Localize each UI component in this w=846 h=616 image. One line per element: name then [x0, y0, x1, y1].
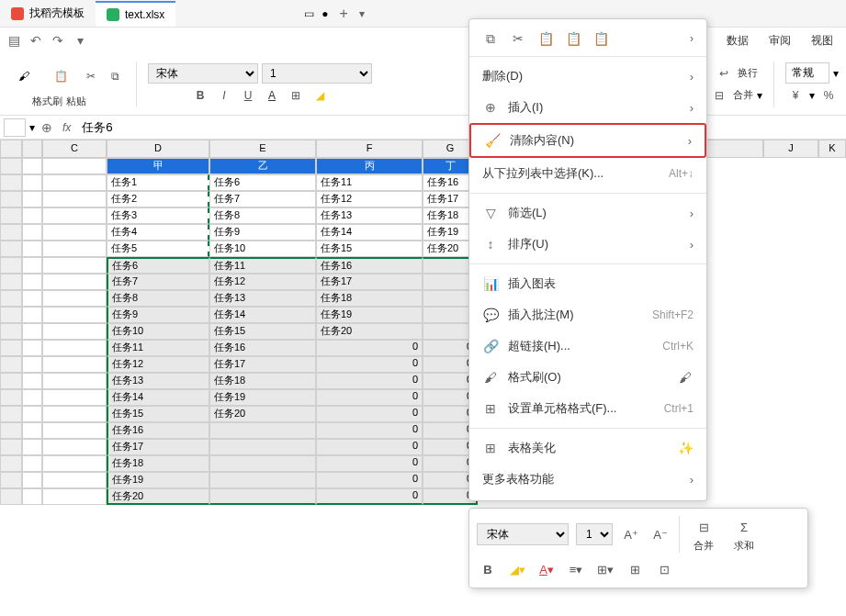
merge-icon[interactable]: ⊟ — [709, 85, 729, 106]
cell[interactable] — [209, 455, 316, 472]
grid-button[interactable]: ⊞ — [624, 558, 646, 580]
cell[interactable]: 任务12 — [209, 274, 316, 290]
cell[interactable] — [209, 439, 316, 455]
cell[interactable]: 任务19 — [209, 389, 316, 406]
cell[interactable] — [209, 472, 316, 488]
cell[interactable]: 任务18 — [209, 373, 316, 389]
format-painter-icon[interactable]: 🖌 — [7, 60, 40, 93]
cut-icon[interactable]: ✂ — [81, 66, 101, 86]
cell[interactable]: 任务15 — [316, 241, 423, 257]
magic-icon[interactable]: ✨ — [677, 440, 694, 456]
cell[interactable]: 任务6 — [107, 257, 209, 274]
tab-menu-button[interactable]: ▾ — [359, 7, 365, 20]
chevron-right-icon[interactable]: › — [690, 32, 694, 45]
row-header[interactable] — [0, 274, 22, 290]
number-format-select[interactable]: 常规 — [785, 62, 829, 84]
cell[interactable]: 任务14 — [107, 389, 209, 406]
save-icon[interactable]: ▤ — [6, 32, 22, 49]
formula-input[interactable] — [78, 118, 842, 137]
cell[interactable]: 任务17 — [209, 356, 316, 373]
row-header[interactable] — [0, 356, 22, 373]
cell[interactable]: 任务2 — [107, 191, 209, 207]
cell[interactable]: 任务17 — [107, 439, 209, 455]
mini-size-select[interactable]: 11 — [576, 523, 613, 545]
font-name-select[interactable]: 宋体 — [148, 63, 258, 84]
cell[interactable]: 任务18 — [107, 455, 209, 472]
cell[interactable] — [209, 488, 316, 505]
row-header[interactable] — [0, 472, 22, 488]
cell[interactable]: 0 — [316, 472, 423, 488]
cell[interactable]: 任务20 — [209, 406, 316, 422]
col-header[interactable]: C — [42, 140, 107, 158]
cell[interactable]: 任务13 — [209, 290, 316, 307]
cell[interactable]: 0 — [316, 455, 423, 472]
fill-color-button[interactable]: ◢ — [310, 85, 330, 106]
col-header[interactable]: K — [818, 140, 846, 158]
font-color-button[interactable]: A▾ — [536, 558, 558, 580]
row-header[interactable] — [0, 340, 22, 356]
align-button[interactable]: ≡▾ — [565, 558, 587, 580]
menu-view[interactable]: 视图 — [804, 29, 840, 52]
fill-color-button[interactable]: ◢▾ — [506, 558, 528, 580]
add-tab-button[interactable]: + — [340, 6, 348, 22]
wrap-icon[interactable]: ↩ — [714, 63, 734, 84]
cell[interactable]: 任务16 — [316, 257, 423, 274]
menu-sort[interactable]: ↕ 排序(U) › — [469, 229, 706, 260]
cell[interactable]: 0 — [316, 389, 423, 406]
table-header[interactable]: 甲 — [107, 158, 209, 174]
row-header[interactable] — [0, 323, 22, 340]
cell[interactable]: 任务10 — [209, 241, 316, 257]
underline-button[interactable]: U — [238, 85, 258, 106]
menu-format-cells[interactable]: ⊞ 设置单元格格式(F)... Ctrl+1 — [469, 393, 706, 424]
table-header[interactable]: 乙 — [209, 158, 316, 174]
cell[interactable]: 任务17 — [316, 274, 423, 290]
paste-values-icon[interactable]: 📋 — [565, 30, 581, 47]
menu-review[interactable]: 审阅 — [761, 29, 798, 52]
dot-icon[interactable]: ● — [321, 7, 328, 20]
cell[interactable]: 任务9 — [107, 307, 209, 323]
col-header[interactable] — [0, 140, 22, 158]
cell[interactable]: 0 — [316, 488, 423, 505]
cell[interactable]: 任务8 — [209, 207, 316, 224]
cell[interactable]: 0 — [316, 439, 423, 455]
col-header[interactable]: F — [316, 140, 423, 158]
cell[interactable]: 0 — [316, 356, 423, 373]
cell[interactable]: 任务7 — [209, 191, 316, 207]
row-header[interactable] — [0, 455, 22, 472]
menu-data[interactable]: 数据 — [719, 29, 756, 52]
row-header[interactable] — [0, 191, 22, 207]
menu-more[interactable]: 更多表格功能 › — [469, 464, 706, 495]
cell[interactable]: 任务11 — [209, 257, 316, 274]
cell[interactable]: 任务13 — [107, 373, 209, 389]
cell[interactable]: 任务19 — [316, 307, 423, 323]
menu-delete[interactable]: 删除(D) › — [469, 61, 706, 92]
cell[interactable]: 任务5 — [107, 241, 209, 257]
row-header[interactable] — [0, 307, 22, 323]
cell[interactable]: 任务6 — [209, 174, 316, 191]
row-header[interactable] — [0, 389, 22, 406]
col-header[interactable]: J — [763, 140, 818, 158]
cell[interactable]: 任务11 — [107, 340, 209, 356]
cell[interactable]: 任务11 — [316, 174, 423, 191]
tab-file-active[interactable]: text.xlsx — [96, 1, 175, 27]
row-header[interactable] — [0, 422, 22, 439]
dropdown-icon[interactable]: ▾ — [72, 32, 88, 49]
col-header[interactable]: D — [107, 140, 209, 158]
cell[interactable]: 任务16 — [107, 422, 209, 439]
row-header[interactable] — [0, 373, 22, 389]
cell[interactable]: 0 — [316, 373, 423, 389]
increase-font-button[interactable]: A⁺ — [620, 523, 642, 545]
sum-icon[interactable]: Σ — [733, 516, 755, 538]
menu-pick-from-dropdown[interactable]: 从下拉列表中选择(K)... Alt+↓ — [469, 158, 706, 189]
cell[interactable]: 任务14 — [316, 224, 423, 241]
menu-insert-chart[interactable]: 📊 插入图表 — [469, 268, 706, 299]
sheet-area[interactable]: CDEFGJK甲乙丙丁任务1任务6任务11任务16任务2任务7任务12任务17任… — [0, 140, 846, 525]
cell[interactable]: 任务7 — [107, 274, 209, 290]
bold-button[interactable]: B — [190, 85, 210, 106]
cell[interactable]: 任务9 — [209, 224, 316, 241]
menu-clear-contents[interactable]: 🧹 清除内容(N) › — [469, 123, 706, 158]
minimize-icon[interactable]: ▭ — [304, 7, 314, 20]
format-button[interactable]: ⊡ — [653, 558, 675, 580]
cell[interactable]: 0 — [316, 422, 423, 439]
copy-icon[interactable]: ⧉ — [105, 66, 125, 86]
